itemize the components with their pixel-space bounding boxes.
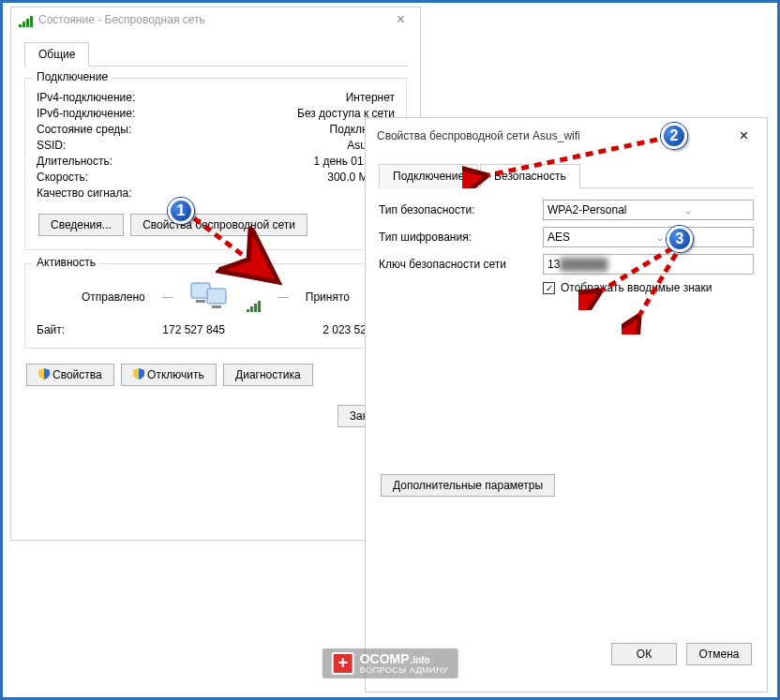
watermark-info: .info [411,656,430,666]
annotation-badge-2: 2 [661,123,687,149]
security-key-label: Ключ безопасности сети [379,258,543,271]
details-button[interactable]: Сведения... [38,214,124,236]
ipv4-label: IPv4-подключение: [37,91,135,104]
encryption-label: Тип шифрования: [379,231,543,244]
bytes-sent: 172 527 845 [162,323,225,336]
svg-line-7 [635,254,676,323]
security-type-value: WPA2-Personal [548,203,626,216]
watermark-main: OCOMP [360,652,410,666]
watermark-sub: ВОПРОСЫ АДМИНУ [360,666,449,675]
ok-button[interactable]: ОК [611,643,677,665]
ipv6-label: IPv6-подключение: [37,107,135,120]
close-icon[interactable]: × [389,11,412,28]
signal-label: Качество сигнала: [37,186,131,204]
svg-line-4 [194,218,271,276]
media-label: Состояние среды: [37,123,131,136]
disable-button[interactable]: Отключить [121,364,217,386]
status-titlebar: Состояние - Беспроводная сеть × [11,7,420,32]
cancel-button[interactable]: Отмена [686,643,752,665]
chevron-down-icon: ⌵ [657,232,663,243]
show-chars-checkbox[interactable]: ✓ [543,282,555,294]
ssid-label: SSID: [37,139,66,152]
status-window-title: Состояние - Беспроводная сеть [38,13,205,26]
diagnostics-button[interactable]: Диагностика [223,364,313,386]
svg-rect-2 [196,300,205,303]
annotation-arrow-3b [622,250,715,335]
watermark: + OCOMP.info ВОПРОСЫ АДМИНУ [322,648,458,678]
bytes-label: Байт: [37,323,65,336]
wifi-icon [19,12,33,27]
wifi-props-window: Свойства беспроводной сети Asus_wifi × П… [365,117,768,693]
status-tabs: Общие [24,41,407,67]
connection-legend: Подключение [33,70,112,83]
svg-rect-3 [212,305,221,308]
annotation-badge-3: 3 [667,226,693,252]
sent-label: Отправлено [82,290,145,304]
speed-label: Скорость: [37,171,88,184]
shield-icon [133,368,144,380]
ipv4-value: Интернет [346,91,395,104]
chevron-down-icon: ⌵ [685,205,691,216]
encryption-value: AES [548,231,570,244]
activity-legend: Активность [33,256,99,269]
advanced-button[interactable]: Дополнительные параметры [381,474,555,497]
plus-icon: + [332,652,354,675]
close-icon[interactable]: × [732,127,756,144]
annotation-arrow-1 [187,209,290,293]
security-type-combo[interactable]: WPA2-Personal ⌵ [543,200,754,220]
activity-signal-icon [247,297,261,312]
shield-icon [38,368,50,380]
security-type-label: Тип безопасности: [379,203,543,216]
tab-general[interactable]: Общие [24,42,89,67]
duration-label: Длительность: [37,155,112,168]
svg-line-5 [479,140,657,177]
recv-label: Принято [306,290,350,304]
properties-button[interactable]: Свойства [26,364,114,386]
annotation-badge-1: 1 [168,198,194,224]
annotation-arrow-2 [462,132,668,188]
